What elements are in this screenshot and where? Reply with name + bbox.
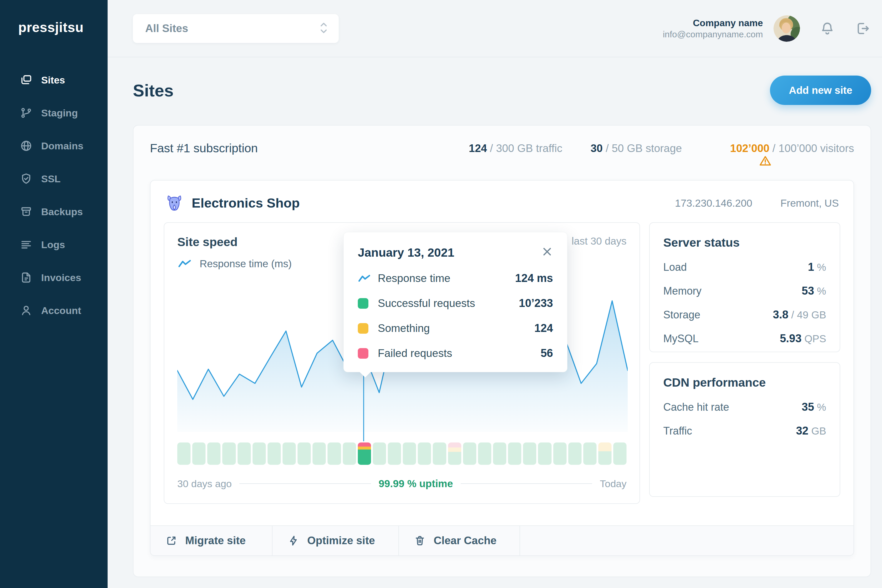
uptime-segment <box>388 442 401 465</box>
uptime-cell-ok[interactable] <box>553 442 567 465</box>
uptime-segment <box>358 450 371 465</box>
uptime-cell-ok[interactable] <box>327 442 341 465</box>
chart-footer: 30 days ago 99.99 % uptime Today <box>177 478 627 489</box>
trash-icon <box>414 534 426 547</box>
sidebar-item-label: Logs <box>41 239 65 250</box>
uptime-segment <box>358 442 371 447</box>
sidebar-item-label: Account <box>41 305 81 316</box>
server-row-mysql: MySQL 5.93 QPS <box>663 332 826 345</box>
uptime-cell-ok[interactable] <box>343 442 356 465</box>
uptime-cell-ok[interactable] <box>613 442 627 465</box>
uptime-cell-ok[interactable] <box>508 442 521 465</box>
uptime-cell-ok[interactable] <box>267 442 281 465</box>
uptime-cell-minor[interactable] <box>448 442 461 465</box>
uptime-cell-warning[interactable] <box>598 442 612 465</box>
sidebar-item-backups[interactable]: Backups <box>0 195 108 228</box>
migrate-site-button[interactable]: Migrate site <box>150 526 273 555</box>
cdn-row-cache-hit: Cache hit rate 35 % <box>663 401 826 413</box>
uptime-cell-ok[interactable] <box>433 442 446 465</box>
uptime-cell-ok[interactable] <box>373 442 386 465</box>
add-new-site-button[interactable]: Add new site <box>770 75 871 105</box>
chart-title: Site speed <box>177 235 237 249</box>
account-icon <box>20 304 33 317</box>
uptime-cell-ok[interactable] <box>538 442 551 465</box>
uptime-cell-ok[interactable] <box>312 442 326 465</box>
chart-tooltip: January 13, 2021 Response time 124 ms <box>344 232 567 372</box>
failed-swatch <box>358 348 368 358</box>
uptime-segment <box>448 452 461 465</box>
subscription-card: Fast #1 subscription 124 / 300 GB traffi… <box>133 125 871 577</box>
uptime-segment <box>493 442 506 465</box>
staging-icon <box>20 106 33 120</box>
uptime-cell-ok[interactable] <box>478 442 491 465</box>
sidebar-item-ssl[interactable]: SSL <box>0 162 108 195</box>
topbar-right: Company name info@companyname.com <box>663 15 870 42</box>
sidebar-item-logs[interactable]: Logs <box>0 228 108 261</box>
site-card-grid: Site speed last 30 days Response time (m… <box>150 222 854 504</box>
tooltip-row-response-time: Response time 124 ms <box>358 272 553 285</box>
site-header: Electronics Shop 173.230.146.200 Fremont… <box>150 180 854 212</box>
tooltip-date: January 13, 2021 <box>358 246 454 260</box>
uptime-cell-ok[interactable] <box>207 442 220 465</box>
uptime-segment <box>327 442 341 465</box>
sites-icon <box>20 73 33 87</box>
uptime-cell-ok[interactable] <box>418 442 431 465</box>
uptime-segment <box>463 442 476 465</box>
company-email: info@companyname.com <box>663 29 763 40</box>
ssl-shield-icon <box>20 172 33 186</box>
uptime-bar[interactable] <box>177 442 627 465</box>
rhino-site-icon <box>165 194 183 212</box>
uptime-cell-ok[interactable] <box>583 442 597 465</box>
uptime-segment <box>358 447 371 450</box>
uptime-cell-ok[interactable] <box>282 442 296 465</box>
subscription-stats: 124 / 300 GB traffic 30 / 50 GB storage … <box>469 142 854 155</box>
warning-icon <box>710 142 723 155</box>
uptime-cell-ok[interactable] <box>237 442 251 465</box>
sidebar-item-staging[interactable]: Staging <box>0 96 108 129</box>
site-name: Electronics Shop <box>192 195 300 211</box>
uptime-segment <box>297 442 311 465</box>
tooltip-close-button[interactable] <box>541 246 553 258</box>
avatar[interactable] <box>774 15 800 42</box>
uptime-cell-ok[interactable] <box>568 442 582 465</box>
sidebar-item-sites[interactable]: Sites <box>0 63 108 96</box>
cdn-performance-card: CDN performance Cache hit rate 35 % Traf… <box>649 362 840 497</box>
site-filter-select[interactable]: All Sites <box>133 14 339 43</box>
uptime-cell-ok[interactable] <box>297 442 311 465</box>
divider-line <box>461 483 592 484</box>
optimize-site-button[interactable]: Optimize site <box>273 526 399 555</box>
site-speed-card: Site speed last 30 days Response time (m… <box>164 222 640 504</box>
uptime-segment <box>568 442 582 465</box>
sidebar-item-invoices[interactable]: Invoices <box>0 261 108 294</box>
uptime-segment <box>538 442 551 465</box>
uptime-cell-ok[interactable] <box>493 442 506 465</box>
server-status-card: Server status Load 1 % Memory 53 % <box>649 222 840 352</box>
uptime-segment <box>448 447 461 452</box>
uptime-cell-incident[interactable] <box>358 442 371 465</box>
logout-button[interactable] <box>855 21 870 36</box>
clear-cache-button[interactable]: Clear Cache <box>399 526 520 555</box>
company-block: Company name info@companyname.com <box>663 17 763 40</box>
uptime-segment <box>222 442 236 465</box>
uptime-segment <box>418 442 431 465</box>
uptime-cell-ok[interactable] <box>252 442 266 465</box>
app-root: pressjitsu Sites Staging Domains <box>0 0 882 588</box>
uptime-cell-ok[interactable] <box>388 442 401 465</box>
optimize-icon <box>287 534 300 547</box>
sidebar-item-domains[interactable]: Domains <box>0 129 108 162</box>
site-ip: 173.230.146.200 <box>675 197 752 209</box>
uptime-cell-ok[interactable] <box>523 442 536 465</box>
uptime-cell-ok[interactable] <box>177 442 190 465</box>
uptime-cell-ok[interactable] <box>222 442 236 465</box>
uptime-cell-ok[interactable] <box>192 442 206 465</box>
site-card: Electronics Shop 173.230.146.200 Fremont… <box>150 180 854 556</box>
response-time-legend-icon <box>358 274 371 282</box>
uptime-segment <box>207 442 220 465</box>
notifications-button[interactable] <box>819 21 835 36</box>
subscription-header: Fast #1 subscription 124 / 300 GB traffi… <box>150 141 854 155</box>
uptime-cell-ok[interactable] <box>403 442 416 465</box>
uptime-cell-ok[interactable] <box>463 442 476 465</box>
chart-legend-label: Response time (ms) <box>200 258 292 270</box>
sidebar-item-account[interactable]: Account <box>0 294 108 327</box>
something-swatch <box>358 323 368 334</box>
